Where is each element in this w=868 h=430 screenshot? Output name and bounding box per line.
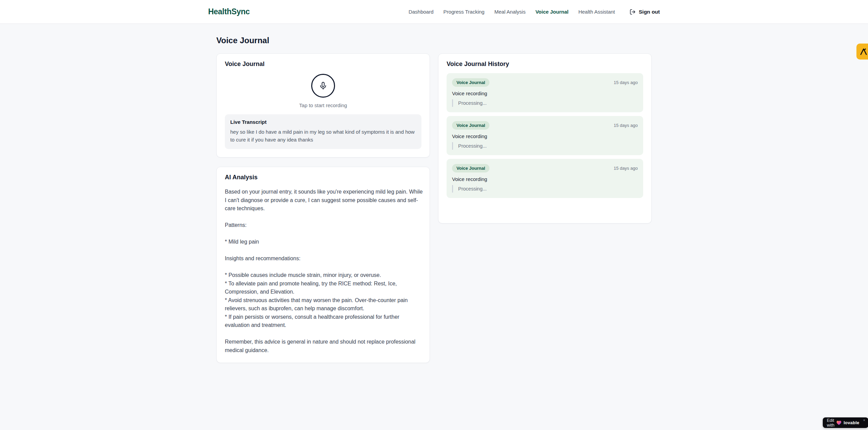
main-content: Voice Journal Voice Journal xyxy=(216,24,652,363)
history-entry-header: Voice Journal 15 days ago xyxy=(452,78,638,87)
mic-section xyxy=(225,74,421,98)
nav-item-meal-analysis[interactable]: Meal Analysis xyxy=(494,9,525,15)
recorder-card-title: Voice Journal xyxy=(225,61,421,68)
history-entry[interactable]: Voice Journal 15 days ago Voice recordin… xyxy=(447,159,643,198)
history-entry-header: Voice Journal 15 days ago xyxy=(452,164,638,172)
entry-processing-status: Processing... xyxy=(452,142,638,150)
ai-analysis-title: AI Analysis xyxy=(225,174,421,181)
lovable-heart-icon xyxy=(836,420,841,425)
left-column: Voice Journal Tap to start recording xyxy=(216,53,430,363)
sign-out-button[interactable]: Sign out xyxy=(630,9,660,15)
history-list: Voice Journal 15 days ago Voice recordin… xyxy=(447,73,643,198)
side-panel-badge[interactable] xyxy=(856,44,868,60)
logout-icon xyxy=(630,9,636,15)
content-grid: Voice Journal Tap to start recording xyxy=(216,53,652,363)
page-title: Voice Journal xyxy=(216,36,652,45)
history-card-title: Voice Journal History xyxy=(447,61,643,68)
header-container: HealthSync Dashboard Progress Tracking M… xyxy=(208,0,660,23)
entry-label: Voice recording xyxy=(452,176,638,182)
entry-timestamp: 15 days ago xyxy=(614,166,638,171)
record-button[interactable] xyxy=(311,74,335,98)
lambda-logo-icon xyxy=(859,47,868,56)
entry-timestamp: 15 days ago xyxy=(614,123,638,128)
sign-out-label: Sign out xyxy=(639,9,660,15)
tap-to-record-hint: Tap to start recording xyxy=(225,102,421,108)
voice-journal-history-card: Voice Journal History Voice Journal 15 d… xyxy=(438,53,652,224)
microphone-icon xyxy=(319,81,328,90)
live-transcript-box: Live Transcript hey so like I do have a … xyxy=(225,114,421,149)
app-header: HealthSync Dashboard Progress Tracking M… xyxy=(0,0,868,24)
entry-label: Voice recording xyxy=(452,133,638,139)
history-entry-header: Voice Journal 15 days ago xyxy=(452,121,638,130)
nav-item-dashboard[interactable]: Dashboard xyxy=(408,9,433,15)
edit-with-label: Edit with xyxy=(827,418,834,428)
history-entry[interactable]: Voice Journal 15 days ago Voice recordin… xyxy=(447,73,643,112)
lovable-brand-label: lovable xyxy=(844,420,859,425)
nav-item-voice-journal[interactable]: Voice Journal xyxy=(535,9,568,15)
entry-label: Voice recording xyxy=(452,90,638,96)
history-entry[interactable]: Voice Journal 15 days ago Voice recordin… xyxy=(447,116,643,155)
close-icon[interactable]: × xyxy=(863,418,865,422)
live-transcript-title: Live Transcript xyxy=(230,119,416,125)
entry-type-badge: Voice Journal xyxy=(452,78,489,87)
entry-processing-status: Processing... xyxy=(452,99,638,107)
live-transcript-text: hey so like I do have a mild pain in my … xyxy=(230,128,416,144)
entry-processing-status: Processing... xyxy=(452,185,638,193)
entry-type-badge: Voice Journal xyxy=(452,121,489,130)
entry-timestamp: 15 days ago xyxy=(614,80,638,85)
app-logo[interactable]: HealthSync xyxy=(208,7,250,16)
ai-analysis-card: AI Analysis Based on your journal entry,… xyxy=(216,167,430,363)
entry-type-badge: Voice Journal xyxy=(452,164,489,172)
nav-item-health-assistant[interactable]: Health Assistant xyxy=(578,9,615,15)
ai-analysis-body: Based on your journal entry, it sounds l… xyxy=(225,188,423,354)
main-nav: Dashboard Progress Tracking Meal Analysi… xyxy=(408,9,660,15)
edit-with-lovable-badge[interactable]: Edit with lovable × xyxy=(823,417,868,428)
nav-item-progress-tracking[interactable]: Progress Tracking xyxy=(444,9,485,15)
voice-recorder-card: Voice Journal Tap to start recording xyxy=(216,53,430,158)
